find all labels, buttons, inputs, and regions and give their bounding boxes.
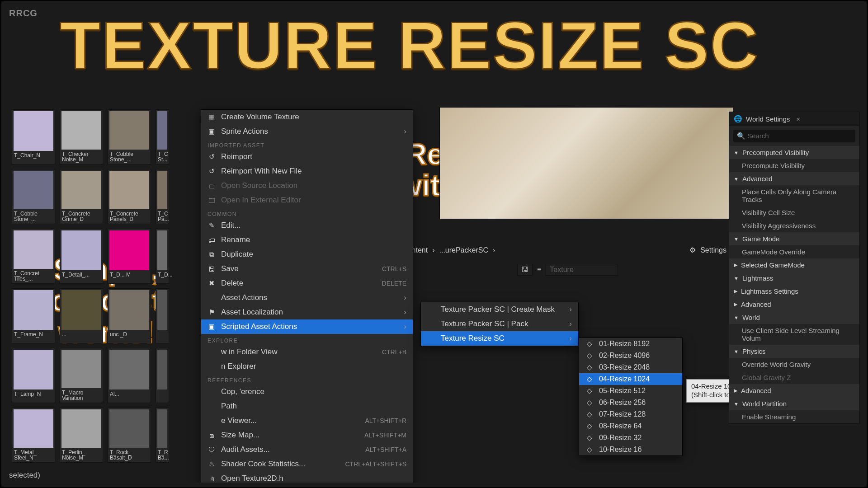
panel-category[interactable]: ▶Advanced (729, 384, 859, 397)
menu-item[interactable]: ↺Reimport (201, 150, 413, 164)
texture-thumbnail[interactable]: T_Rock_ Basalt_D (108, 408, 151, 463)
texture-thumbnail[interactable]: T_R Ba... (156, 408, 169, 463)
texture-thumbnail[interactable]: unc _D (108, 288, 151, 343)
texture-thumbnail[interactable]: T_Cobble Stone_... (12, 169, 55, 224)
menu-item[interactable]: ⚑Asset Localization› (201, 305, 413, 319)
menu-item[interactable]: ◇09-Resize 32 (579, 432, 682, 444)
texture-thumbnail[interactable]: T_C St... (156, 109, 169, 164)
menu-label: e Viewer... (221, 416, 359, 425)
thumbnail-swatch (61, 230, 101, 270)
save-icon[interactable]: 🖫 (517, 264, 533, 276)
menu-item[interactable]: ◇06-Resize 256 (579, 397, 682, 408)
menu-item[interactable]: ◇05-Resize 512 (579, 385, 682, 397)
thumbnail-swatch (109, 290, 149, 330)
panel-category[interactable]: ▶Selected GameMode (729, 258, 859, 272)
panel-tab[interactable]: 🌐World Settings× (729, 112, 859, 126)
texture-thumbnail[interactable]: T_Concrete Panels_D (108, 169, 151, 224)
menu-item[interactable]: 🖫SaveCTRL+S (201, 262, 413, 276)
gear-icon[interactable]: ⚙ (689, 246, 696, 254)
texture-thumbnail[interactable]: T_Detail_... (60, 229, 103, 284)
texture-thumbnail[interactable]: T_Concrete Grime_D (60, 169, 103, 224)
level-viewport[interactable] (439, 107, 733, 219)
texture-thumbnail[interactable]: ... (60, 288, 103, 343)
texture-thumbnail[interactable]: T_Chair_N (12, 109, 55, 164)
menu-item[interactable]: n Explorer (201, 359, 413, 374)
menu-item[interactable]: ◇10-Resize 16 (579, 444, 682, 455)
menu-item[interactable]: ✎Edit... (201, 218, 413, 233)
texture-thumbnail[interactable]: T_Lamp_N (12, 348, 55, 403)
panel-property[interactable]: Precompute Visibility (729, 159, 859, 172)
crumb-folder[interactable]: ...urePackerSC (439, 246, 488, 254)
thumbnail-label: unc _D (108, 331, 151, 343)
texture-thumbnail[interactable]: T_D... M (108, 229, 151, 284)
panel-property[interactable]: Override World Gravity (729, 358, 859, 371)
menu-item[interactable]: ◇04-Resize 1024 (579, 373, 682, 385)
panel-property[interactable]: Global Gravity Z (729, 371, 859, 384)
menu-icon: ◇ (585, 399, 594, 407)
texture-thumbnail[interactable]: T_Checker Noise_M (60, 109, 103, 164)
chevron-right-icon: › (404, 127, 406, 136)
panel-property[interactable]: Visibility Cell Size (729, 206, 859, 219)
texture-thumbnail[interactable]: T_Concret Tiles_... (12, 229, 55, 284)
menu-item[interactable]: ◇07-Resize 128 (579, 408, 682, 420)
menu-item[interactable]: ◇01-Resize 8192 (579, 338, 682, 350)
menu-label: Shader Cook Statistics... (221, 460, 340, 469)
thumbnail-swatch (157, 350, 167, 389)
menu-item[interactable]: 🏷Rename (201, 233, 413, 247)
search-input[interactable]: Texture (546, 264, 618, 276)
texture-thumbnail[interactable]: Al... (108, 348, 151, 403)
menu-item[interactable]: Texture Packer SC | Create Mask› (421, 302, 578, 317)
texture-thumbnail[interactable]: T_Frame_N (12, 288, 55, 343)
menu-item[interactable]: ◇03-Resize 2048 (579, 361, 682, 373)
menu-item[interactable]: w in Folder ViewCTRL+B (201, 345, 413, 359)
panel-property[interactable]: Enable Streaming (729, 410, 859, 423)
panel-property[interactable]: Use Client Side Level Streaming Volum (729, 324, 859, 345)
texture-thumbnail[interactable]: T_Perlin_ Noise_M (60, 408, 103, 463)
texture-thumbnail[interactable]: T_Metal_ Steel_N (12, 408, 55, 463)
menu-item[interactable]: Path (201, 399, 413, 413)
menu-item[interactable]: ▣Scripted Asset Actions› (201, 319, 413, 334)
thumbnail-swatch (157, 171, 167, 209)
panel-property[interactable]: GameMode Override (729, 245, 859, 258)
panel-category[interactable]: ▼Physics (729, 345, 859, 358)
panel-category[interactable]: ▼Precomputed Visibility (729, 146, 859, 159)
texture-thumbnail[interactable]: T_D... (156, 229, 169, 284)
panel-category[interactable]: ▼Lightmass (729, 272, 859, 285)
thumbnail-label: T_Macro Variation (60, 389, 103, 403)
texture-thumbnail[interactable] (156, 288, 169, 343)
settings-label[interactable]: Settings (700, 246, 726, 254)
thumbnail-swatch (61, 171, 101, 209)
texture-thumbnail[interactable]: T_C Pa... (156, 169, 169, 224)
panel-category[interactable]: ▶Lightmass Settings (729, 285, 859, 298)
menu-icon: ◇ (585, 422, 594, 430)
menu-item[interactable]: ✖DeleteDELETE (201, 276, 413, 291)
panel-search-input[interactable]: 🔍 Search (733, 130, 855, 142)
menu-item[interactable]: 🗈Size Map...ALT+SHIFT+M (201, 428, 413, 442)
texture-thumbnail[interactable]: T_Macro Variation (60, 348, 103, 403)
menu-item[interactable]: e Viewer...ALT+SHIFT+R (201, 413, 413, 428)
panel-category[interactable]: ▼World (729, 311, 859, 324)
panel-category[interactable]: ▶Advanced (729, 298, 859, 311)
menu-item[interactable]: ⧉Duplicate (201, 247, 413, 262)
panel-property[interactable]: Place Cells Only Along Camera Tracks (729, 185, 859, 206)
panel-category[interactable]: ▼Game Mode (729, 232, 859, 245)
menu-item[interactable]: Cop, 'erence (201, 385, 413, 399)
menu-item[interactable]: ◇08-Resize 64 (579, 420, 682, 432)
menu-item[interactable]: Asset Actions› (201, 291, 413, 305)
texture-thumbnail[interactable] (156, 348, 169, 403)
filter-icon[interactable]: ≡ (537, 266, 541, 274)
menu-item[interactable]: ▦Create Volume Texture (201, 110, 413, 124)
panel-property[interactable]: Visibility Aggressiveness (729, 219, 859, 232)
menu-item[interactable]: 🛡Audit Assets...ALT+SHIFT+A (201, 442, 413, 457)
menu-item[interactable]: ♨Shader Cook Statistics...CTRL+ALT+SHIFT… (201, 457, 413, 471)
menu-item[interactable]: ◇02-Resize 4096 (579, 350, 682, 361)
texture-thumbnail[interactable]: T_Cobble Stone_... (108, 109, 151, 164)
panel-category[interactable]: ▼Advanced (729, 172, 859, 185)
close-icon[interactable]: × (796, 115, 800, 123)
menu-item[interactable]: 🗎Open Texture2D.h (201, 471, 413, 486)
menu-item[interactable]: Texture Resize SC› (421, 331, 578, 346)
menu-item[interactable]: ↺Reimport With New File (201, 164, 413, 178)
menu-item[interactable]: Texture Packer SC | Pack› (421, 317, 578, 331)
menu-item[interactable]: ▣Sprite Actions› (201, 124, 413, 139)
panel-category[interactable]: ▼World Partition (729, 397, 859, 410)
